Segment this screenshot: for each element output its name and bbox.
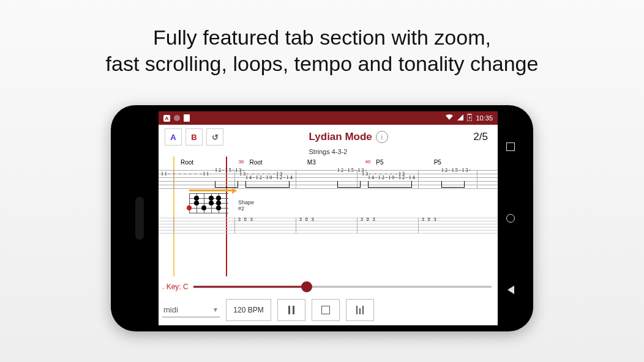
interval-labels: Root 38 Root M3 40 P5 P5 [159,159,498,166]
chevron-down-icon: ▼ [212,306,219,313]
status-rec-icon [174,115,180,121]
output-select[interactable]: midi ▼ [162,303,220,317]
recent-apps-button[interactable] [506,142,515,151]
tempo-button[interactable]: 120 BPM [226,299,271,321]
pause-icon [288,306,294,314]
status-clock: 10:35 [476,114,493,122]
direction-arrow-icon [189,190,233,191]
signal-icon [457,114,463,122]
wifi-icon [445,114,454,122]
scale-shape-diagram: Shape #2 [189,193,228,213]
android-navbar [498,111,523,325]
status-sim-icon [184,114,190,122]
status-bar: A 10:35 [159,111,498,125]
tab-numbers: 11- - - - - - -11 12-15-13- 13- - - - - … [161,168,495,191]
pause-button[interactable] [277,299,305,321]
key-label: . Key: C [162,283,189,291]
loop-a-button[interactable]: A [165,128,182,146]
headline-line-1: Fully featured tab section with zoom, [0,24,644,51]
stop-button[interactable] [312,299,340,321]
playback-controls: midi ▼ 120 BPM [159,297,498,325]
phone-earpiece [135,197,144,240]
phone-frame: A 10:35 [111,105,533,331]
app-screen: A 10:35 [159,111,498,325]
shape-label: Shape #2 [238,199,254,212]
info-icon[interactable]: i [376,131,388,143]
toolbar: A B ↺ Lydian Mode i 2/5 [159,125,498,149]
headline-line-2: fast scrolling, loops, tempo and tonalit… [0,51,644,77]
staff-lower [159,218,498,236]
exercise-title: Lydian Mode i [309,131,388,143]
key-slider-row: . Key: C [159,276,498,297]
loop-b-button[interactable]: B [185,128,203,146]
exercise-subtitle: Strings 4-3-2 [159,148,498,155]
page-counter: 2/5 [473,131,492,143]
stop-icon [321,306,330,314]
home-button[interactable] [506,214,515,223]
status-app-icon: A [163,115,170,122]
marketing-headline: Fully featured tab section with zoom, fa… [0,24,644,76]
mixer-icon [356,306,364,314]
mixer-button[interactable] [346,299,374,321]
tablature-pane[interactable]: Root 38 Root M3 40 P5 P5 [159,157,498,276]
battery-icon [467,114,472,122]
reset-button[interactable]: ↺ [206,128,223,146]
position-slider[interactable] [193,281,492,293]
back-button[interactable] [507,286,514,294]
svg-rect-1 [468,114,471,115]
